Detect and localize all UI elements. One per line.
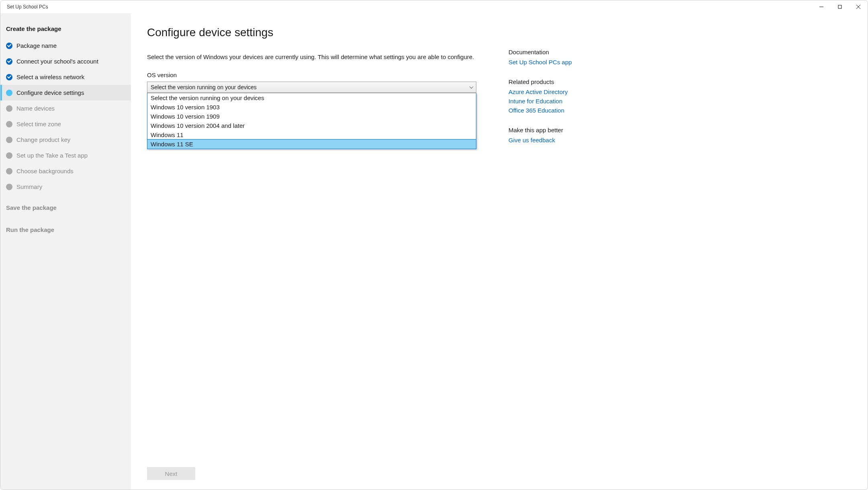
check-icon bbox=[6, 74, 12, 80]
minimize-icon bbox=[819, 5, 823, 9]
app-window: Set Up School PCs Create the package Pac… bbox=[0, 0, 868, 490]
page-description: Select the version of Windows your devic… bbox=[147, 53, 476, 60]
step-dot-icon bbox=[6, 168, 12, 174]
related-link-1[interactable]: Intune for Education bbox=[509, 98, 589, 105]
sidebar-step-label: Connect your school's account bbox=[16, 58, 98, 65]
close-icon bbox=[856, 5, 860, 9]
page-title: Configure device settings bbox=[147, 26, 476, 39]
sidebar-step-label: Set up the Take a Test app bbox=[16, 152, 88, 159]
sidebar-step-5: Select time zone bbox=[0, 116, 131, 132]
sidebar-step-label: Choose backgrounds bbox=[16, 168, 74, 174]
dropdown-option-4[interactable]: Windows 11 bbox=[147, 130, 476, 139]
sidebar-step-label: Select time zone bbox=[16, 121, 61, 127]
main-panel: Configure device settings Select the ver… bbox=[131, 13, 868, 490]
os-version-select[interactable]: Select the version running on your devic… bbox=[147, 82, 476, 93]
minimize-button[interactable] bbox=[812, 0, 831, 13]
sidebar-step-4: Name devices bbox=[0, 100, 131, 116]
aside-panel: Documentation Set Up School PCs app Rela… bbox=[509, 26, 589, 462]
sidebar-step-3[interactable]: Configure device settings bbox=[0, 85, 131, 100]
sidebar-step-8: Choose backgrounds bbox=[0, 163, 131, 179]
sidebar-step-label: Summary bbox=[16, 183, 42, 190]
sidebar-step-2[interactable]: Select a wireless network bbox=[0, 69, 131, 85]
step-dot-icon bbox=[6, 105, 12, 112]
section-header-create: Create the package bbox=[0, 23, 131, 38]
make-better-header: Make this app better bbox=[509, 127, 589, 133]
section-header-save: Save the package bbox=[0, 202, 131, 217]
step-dot-icon bbox=[6, 152, 12, 159]
step-dot-icon bbox=[6, 137, 12, 143]
next-button[interactable]: Next bbox=[147, 467, 195, 480]
step-dot-icon bbox=[6, 121, 12, 127]
documentation-header: Documentation bbox=[509, 49, 589, 55]
os-version-dropdown[interactable]: Select the version running on your devic… bbox=[147, 93, 476, 149]
section-header-run: Run the package bbox=[0, 224, 131, 239]
sidebar-step-9: Summary bbox=[0, 179, 131, 195]
sidebar-step-7: Set up the Take a Test app bbox=[0, 148, 131, 163]
sidebar-step-6: Change product key bbox=[0, 132, 131, 148]
sidebar-step-label: Change product key bbox=[16, 136, 70, 143]
content-area: Configure device settings Select the ver… bbox=[147, 26, 476, 462]
dropdown-option-0[interactable]: Select the version running on your devic… bbox=[147, 93, 476, 103]
check-icon bbox=[6, 58, 12, 65]
sidebar-step-label: Select a wireless network bbox=[16, 74, 84, 80]
close-button[interactable] bbox=[849, 0, 868, 13]
maximize-icon bbox=[838, 5, 842, 9]
sidebar-step-1[interactable]: Connect your school's account bbox=[0, 53, 131, 69]
documentation-link[interactable]: Set Up School PCs app bbox=[509, 59, 589, 66]
related-products-header: Related products bbox=[509, 78, 589, 85]
footer: Next bbox=[147, 462, 852, 480]
dropdown-option-1[interactable]: Windows 10 version 1903 bbox=[147, 103, 476, 112]
maximize-button[interactable] bbox=[831, 0, 849, 13]
window-title: Set Up School PCs bbox=[7, 4, 48, 10]
svg-rect-1 bbox=[838, 5, 841, 8]
dropdown-option-2[interactable]: Windows 10 version 1909 bbox=[147, 112, 476, 121]
step-dot-icon bbox=[6, 184, 12, 190]
feedback-link[interactable]: Give us feedback bbox=[509, 137, 589, 144]
related-link-0[interactable]: Azure Active Directory bbox=[509, 88, 589, 95]
check-icon bbox=[6, 43, 12, 49]
step-dot-icon bbox=[6, 90, 12, 96]
os-version-selected-text: Select the version running on your devic… bbox=[151, 84, 257, 90]
titlebar: Set Up School PCs bbox=[0, 0, 868, 13]
sidebar-step-label: Configure device settings bbox=[16, 89, 84, 96]
app-body: Create the package Package nameConnect y… bbox=[0, 13, 868, 490]
window-controls bbox=[812, 0, 868, 13]
sidebar-step-0[interactable]: Package name bbox=[0, 38, 131, 53]
os-version-label: OS version bbox=[147, 72, 476, 78]
related-link-2[interactable]: Office 365 Education bbox=[509, 107, 589, 114]
sidebar-step-label: Name devices bbox=[16, 105, 55, 112]
sidebar: Create the package Package nameConnect y… bbox=[0, 13, 131, 490]
sidebar-step-label: Package name bbox=[16, 42, 57, 49]
dropdown-option-3[interactable]: Windows 10 version 2004 and later bbox=[147, 121, 476, 130]
dropdown-option-5[interactable]: Windows 11 SE bbox=[147, 139, 476, 149]
